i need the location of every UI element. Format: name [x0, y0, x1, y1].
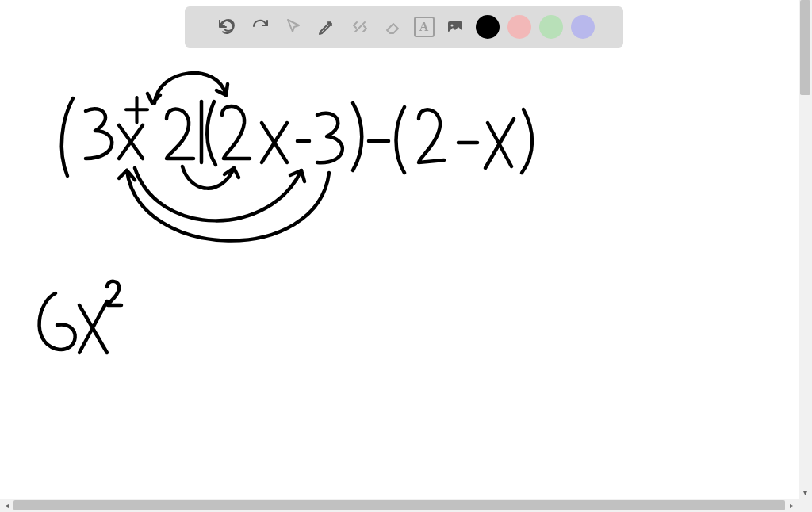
text-button[interactable]: A	[414, 17, 435, 37]
eraser-icon	[384, 17, 403, 36]
drawing-canvas[interactable]	[0, 0, 799, 499]
pointer-icon	[284, 17, 303, 36]
horizontal-scroll-thumb[interactable]	[13, 500, 785, 510]
whiteboard-viewport: A	[0, 0, 812, 512]
undo-icon	[217, 17, 236, 36]
scrollbar-corner	[799, 499, 812, 512]
tools-button[interactable]	[347, 14, 373, 40]
pencil-icon	[317, 17, 336, 36]
vertical-scroll-thumb[interactable]	[800, 0, 810, 95]
color-pink[interactable]	[508, 15, 531, 39]
color-green[interactable]	[539, 15, 563, 39]
drawing-toolbar: A	[185, 6, 623, 48]
redo-button[interactable]	[247, 14, 273, 40]
pointer-button[interactable]	[281, 14, 306, 40]
horizontal-scrollbar[interactable]: ◂ ▸	[0, 499, 799, 512]
scroll-left-icon[interactable]: ◂	[0, 499, 13, 512]
scroll-down-icon[interactable]: ▾	[799, 486, 812, 499]
text-icon-label: A	[419, 20, 429, 34]
color-purple[interactable]	[571, 15, 595, 39]
image-icon	[446, 17, 465, 36]
scroll-right-icon[interactable]: ▸	[785, 499, 799, 512]
vertical-scrollbar[interactable]: ▴ ▾	[799, 0, 812, 499]
tools-icon	[350, 17, 370, 36]
redo-icon	[251, 17, 270, 36]
svg-point-1	[450, 25, 453, 27]
undo-button[interactable]	[214, 14, 239, 40]
image-button[interactable]	[442, 14, 468, 40]
pencil-button[interactable]	[314, 14, 339, 40]
eraser-button[interactable]	[381, 14, 406, 40]
color-black[interactable]	[476, 15, 500, 39]
